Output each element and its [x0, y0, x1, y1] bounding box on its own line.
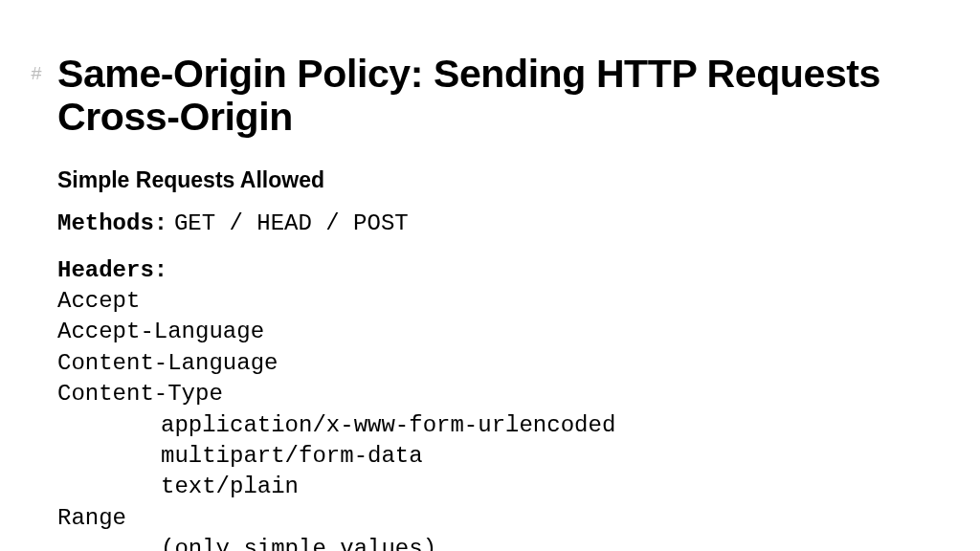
headers-label: Headers:	[57, 257, 167, 283]
hash-icon: #	[31, 63, 42, 85]
methods-line: Methods: GET / HEAD / POST	[57, 207, 932, 239]
header-range: Range	[57, 503, 932, 534]
methods-label: Methods:	[57, 210, 167, 236]
content-type-urlencoded: application/x-www-form-urlencoded	[57, 410, 615, 441]
content-type-multipart: multipart/form-data	[57, 441, 423, 472]
content-type-textplain: text/plain	[57, 472, 299, 502]
header-accept-language: Accept-Language	[57, 317, 932, 347]
methods-value: GET / HEAD / POST	[174, 210, 409, 236]
slide: # Same-Origin Policy: Sending HTTP Reque…	[0, 0, 980, 551]
range-note: (only simple values)	[57, 534, 436, 551]
header-content-type: Content-Type	[57, 379, 932, 409]
headers-block: Headers: Accept Accept-Language Content-…	[57, 253, 932, 551]
header-content-language: Content-Language	[57, 348, 932, 379]
page-title: Same-Origin Policy: Sending HTTP Request…	[57, 53, 932, 139]
header-accept: Accept	[57, 286, 932, 317]
section-subhead: Simple Requests Allowed	[57, 167, 932, 193]
